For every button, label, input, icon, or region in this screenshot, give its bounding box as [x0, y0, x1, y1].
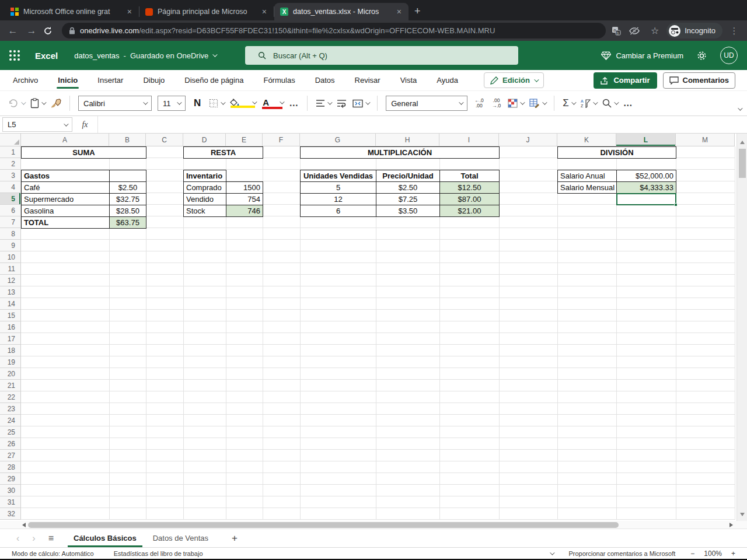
- number-format-select[interactable]: General: [386, 96, 467, 111]
- collapse-ribbon-icon[interactable]: [738, 103, 741, 113]
- cell-B4[interactable]: $2.50: [109, 181, 146, 194]
- font-size-select[interactable]: 11: [158, 96, 186, 111]
- cell-B7[interactable]: $63.75: [109, 216, 146, 229]
- increase-decimal-button[interactable]: .00→.0: [491, 98, 502, 108]
- share-button[interactable]: Compartir: [594, 72, 657, 89]
- add-sheet-button[interactable]: +: [228, 533, 241, 544]
- ribbon-tab-fórmulas[interactable]: Fórmulas: [262, 71, 296, 89]
- cell-I6[interactable]: $21.00: [439, 205, 500, 217]
- row-header-16[interactable]: 16: [0, 321, 21, 333]
- next-sheet-icon[interactable]: ›: [32, 533, 35, 544]
- conditional-formatting-button[interactable]: [508, 99, 523, 108]
- cell-A5[interactable]: Supermercado: [21, 193, 110, 205]
- forward-icon[interactable]: →: [25, 25, 39, 37]
- cell-I5[interactable]: $87.00: [439, 193, 500, 205]
- column-header-D[interactable]: D: [183, 134, 226, 146]
- bold-button[interactable]: N: [191, 97, 203, 109]
- cell-E4[interactable]: 1500: [226, 181, 263, 194]
- ribbon-tab-archivo[interactable]: Archivo: [12, 71, 39, 89]
- row-header-19[interactable]: 19: [0, 356, 21, 368]
- decrease-decimal-button[interactable]: ←.0.00: [473, 98, 485, 108]
- formula-input[interactable]: [98, 116, 747, 133]
- cell-K4[interactable]: Salario Mensual: [557, 181, 617, 194]
- cell-B3[interactable]: [109, 170, 146, 182]
- row-header-18[interactable]: 18: [0, 345, 21, 356]
- sheet-tab-cálculos-básicos[interactable]: Cálculos Básicos: [67, 529, 144, 547]
- column-header-E[interactable]: E: [226, 134, 263, 146]
- search-input[interactable]: Buscar (Alt + Q): [245, 46, 518, 65]
- row-header-11[interactable]: 11: [0, 263, 21, 275]
- url-bar[interactable]: onedrive.live.com/edit.aspx?resid=D63BCF…: [62, 23, 606, 38]
- cell-D5[interactable]: Vendido: [183, 193, 226, 205]
- new-tab-button[interactable]: +: [414, 5, 421, 18]
- row-header-32[interactable]: 32: [0, 508, 21, 520]
- row-header-29[interactable]: 29: [0, 473, 21, 485]
- row-header-24[interactable]: 24: [0, 415, 21, 426]
- format-as-table-button[interactable]: [529, 99, 546, 108]
- bookmark-star-icon[interactable]: ☆: [648, 25, 662, 36]
- row-header-4[interactable]: 4: [0, 181, 21, 193]
- ribbon-tab-insertar[interactable]: Insertar: [96, 71, 124, 89]
- cell-K3[interactable]: Salario Anual: [557, 170, 617, 182]
- ribbon-tab-vista[interactable]: Vista: [399, 71, 418, 89]
- all-sheets-icon[interactable]: ≡: [48, 533, 54, 544]
- close-icon[interactable]: ×: [260, 7, 269, 16]
- feedback-link[interactable]: Proporcionar comentarios a Microsoft: [568, 550, 675, 557]
- column-header-K[interactable]: K: [557, 134, 616, 146]
- cell-E6[interactable]: 746: [226, 205, 263, 217]
- font-name-select[interactable]: Calibri: [78, 96, 152, 111]
- cell-B5[interactable]: $32.75: [109, 193, 146, 205]
- row-header-1[interactable]: 1: [0, 146, 21, 158]
- edit-mode-button[interactable]: Edición: [484, 72, 544, 88]
- format-painter-button[interactable]: [51, 99, 61, 108]
- row-header-27[interactable]: 27: [0, 450, 21, 461]
- horizontal-scroll-thumb[interactable]: [28, 522, 619, 528]
- cell-G4[interactable]: 5: [300, 181, 376, 194]
- cell-A1[interactable]: SUMA: [21, 146, 146, 159]
- paste-button[interactable]: [30, 98, 45, 108]
- eye-off-icon[interactable]: [629, 27, 640, 35]
- cell-B6[interactable]: $28.50: [109, 205, 146, 217]
- app-launcher-icon[interactable]: [9, 50, 20, 61]
- row-header-22[interactable]: 22: [0, 391, 21, 403]
- cell-H5[interactable]: $7.25: [376, 193, 440, 205]
- merge-cells-button[interactable]: [352, 99, 369, 108]
- document-title[interactable]: datos_ventas - Guardado en OneDrive: [74, 51, 216, 60]
- undo-button[interactable]: [8, 99, 25, 108]
- ribbon-tab-ayuda[interactable]: Ayuda: [435, 71, 459, 89]
- zoom-level[interactable]: 100%: [704, 550, 722, 558]
- row-header-10[interactable]: 10: [0, 251, 21, 263]
- active-cell[interactable]: [616, 193, 676, 205]
- prev-sheet-icon[interactable]: ‹: [16, 533, 19, 544]
- cell-H4[interactable]: $2.50: [376, 181, 440, 194]
- workbook-stats-label[interactable]: Estadísticas del libro de trabajo: [114, 550, 203, 557]
- close-icon[interactable]: ×: [125, 7, 134, 16]
- row-header-31[interactable]: 31: [0, 496, 21, 508]
- statusbar-chevron-icon[interactable]: [550, 550, 555, 555]
- translate-icon[interactable]: ab: [612, 26, 621, 36]
- fill-color-button[interactable]: [230, 99, 256, 108]
- row-header-13[interactable]: 13: [0, 286, 21, 298]
- vertical-scrollbar[interactable]: [736, 134, 747, 521]
- row-header-6[interactable]: 6: [0, 205, 21, 216]
- comments-button[interactable]: Comentarios: [663, 72, 735, 89]
- browser-tab[interactable]: Página principal de Microso×: [139, 3, 274, 20]
- cell-G1[interactable]: MULTIPLICACIÓN: [300, 146, 500, 159]
- column-header-M[interactable]: M: [676, 134, 735, 146]
- column-header-I[interactable]: I: [439, 134, 499, 146]
- row-header-26[interactable]: 26: [0, 438, 21, 450]
- cell-A7[interactable]: TOTAL: [21, 216, 110, 229]
- cell-D6[interactable]: Stock: [183, 205, 226, 217]
- cell-K1[interactable]: DIVISIÓN: [557, 146, 676, 159]
- browser-tab[interactable]: Xdatos_ventas.xlsx - Micros×: [274, 3, 409, 20]
- row-header-3[interactable]: 3: [0, 170, 21, 181]
- column-header-F[interactable]: F: [263, 134, 300, 146]
- browser-tab[interactable]: Microsoft Office online grat×: [5, 3, 139, 20]
- cell-L3[interactable]: $52,000.00: [616, 170, 676, 182]
- borders-button[interactable]: [209, 99, 224, 108]
- close-icon[interactable]: ×: [395, 7, 404, 16]
- horizontal-scrollbar[interactable]: [0, 521, 747, 529]
- chevron-down-icon[interactable]: [212, 52, 217, 57]
- column-header-J[interactable]: J: [499, 134, 557, 146]
- sort-filter-button[interactable]: AZ: [581, 99, 596, 108]
